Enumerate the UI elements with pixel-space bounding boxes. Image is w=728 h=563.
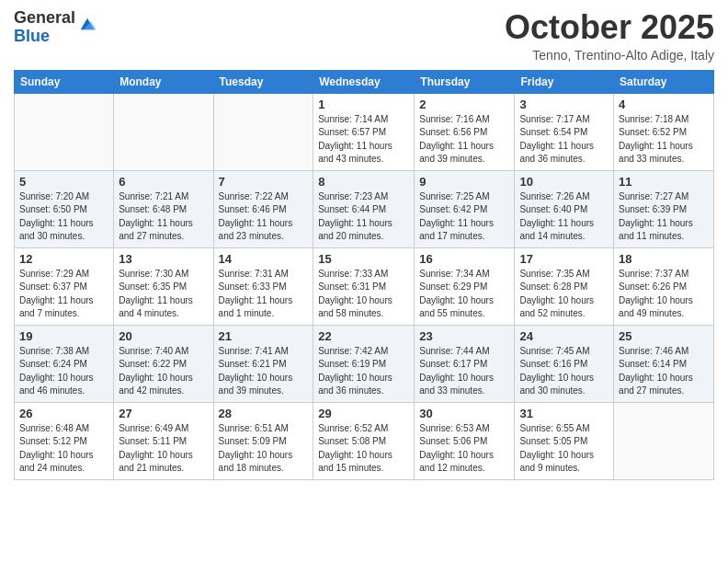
day-number: 27 xyxy=(119,407,208,420)
calendar-week-row: 12Sunrise: 7:29 AM Sunset: 6:37 PM Dayli… xyxy=(15,247,714,325)
day-info: Sunrise: 7:17 AM Sunset: 6:54 PM Dayligh… xyxy=(519,113,609,167)
calendar-cell: 11Sunrise: 7:27 AM Sunset: 6:39 PM Dayli… xyxy=(614,170,714,247)
day-number: 6 xyxy=(119,175,208,189)
day-info: Sunrise: 6:55 AM Sunset: 5:05 PM Dayligh… xyxy=(519,422,609,476)
calendar-week-row: 5Sunrise: 7:20 AM Sunset: 6:50 PM Daylig… xyxy=(15,170,714,247)
day-info: Sunrise: 7:18 AM Sunset: 6:52 PM Dayligh… xyxy=(619,113,709,167)
day-info: Sunrise: 6:52 AM Sunset: 5:08 PM Dayligh… xyxy=(318,422,409,476)
calendar-cell: 29Sunrise: 6:52 AM Sunset: 5:08 PM Dayli… xyxy=(313,402,415,479)
day-number: 11 xyxy=(619,175,709,189)
day-info: Sunrise: 6:51 AM Sunset: 5:09 PM Dayligh… xyxy=(219,422,309,476)
calendar-cell: 20Sunrise: 7:40 AM Sunset: 6:22 PM Dayli… xyxy=(114,325,213,402)
calendar-cell: 26Sunrise: 6:48 AM Sunset: 5:12 PM Dayli… xyxy=(15,402,114,479)
day-number: 26 xyxy=(19,407,108,420)
day-number: 20 xyxy=(119,329,208,343)
calendar-cell xyxy=(213,93,313,170)
day-number: 3 xyxy=(519,98,609,111)
day-info: Sunrise: 7:16 AM Sunset: 6:56 PM Dayligh… xyxy=(419,113,509,167)
calendar-cell: 30Sunrise: 6:53 AM Sunset: 5:06 PM Dayli… xyxy=(415,402,515,479)
day-info: Sunrise: 7:14 AM Sunset: 6:57 PM Dayligh… xyxy=(318,113,409,167)
calendar-cell: 5Sunrise: 7:20 AM Sunset: 6:50 PM Daylig… xyxy=(15,170,114,247)
calendar-cell: 19Sunrise: 7:38 AM Sunset: 6:24 PM Dayli… xyxy=(15,325,114,402)
calendar-week-row: 19Sunrise: 7:38 AM Sunset: 6:24 PM Dayli… xyxy=(15,325,714,402)
day-number: 21 xyxy=(219,329,309,343)
weekday-header: Thursday xyxy=(415,70,515,93)
day-number: 24 xyxy=(519,329,609,343)
month-title: October 2025 xyxy=(505,9,714,46)
day-number: 17 xyxy=(519,252,609,266)
day-info: Sunrise: 7:35 AM Sunset: 6:28 PM Dayligh… xyxy=(519,268,609,321)
day-info: Sunrise: 7:37 AM Sunset: 6:26 PM Dayligh… xyxy=(619,268,709,321)
day-info: Sunrise: 7:42 AM Sunset: 6:19 PM Dayligh… xyxy=(318,345,409,398)
calendar-cell: 15Sunrise: 7:33 AM Sunset: 6:31 PM Dayli… xyxy=(313,247,415,325)
calendar-cell: 6Sunrise: 7:21 AM Sunset: 6:48 PM Daylig… xyxy=(114,170,213,247)
calendar-cell: 25Sunrise: 7:46 AM Sunset: 6:14 PM Dayli… xyxy=(614,325,714,402)
calendar-cell: 12Sunrise: 7:29 AM Sunset: 6:37 PM Dayli… xyxy=(15,247,114,325)
day-number: 29 xyxy=(318,407,409,420)
weekday-header: Friday xyxy=(515,70,614,93)
calendar-cell xyxy=(15,93,114,170)
day-info: Sunrise: 6:48 AM Sunset: 5:12 PM Dayligh… xyxy=(19,422,108,476)
day-number: 28 xyxy=(219,407,309,420)
calendar-header-row: SundayMondayTuesdayWednesdayThursdayFrid… xyxy=(15,70,714,93)
calendar-cell xyxy=(614,402,714,479)
day-info: Sunrise: 7:46 AM Sunset: 6:14 PM Dayligh… xyxy=(619,345,709,398)
day-number: 8 xyxy=(318,175,409,189)
calendar-cell: 18Sunrise: 7:37 AM Sunset: 6:26 PM Dayli… xyxy=(614,247,714,325)
page-header: General Blue October 2025 Tenno, Trentin… xyxy=(14,9,714,63)
day-info: Sunrise: 7:45 AM Sunset: 6:16 PM Dayligh… xyxy=(519,345,609,398)
calendar-cell: 28Sunrise: 6:51 AM Sunset: 5:09 PM Dayli… xyxy=(213,402,313,479)
calendar-cell: 23Sunrise: 7:44 AM Sunset: 6:17 PM Dayli… xyxy=(415,325,515,402)
logo: General Blue xyxy=(14,9,97,46)
day-info: Sunrise: 7:27 AM Sunset: 6:39 PM Dayligh… xyxy=(619,190,709,244)
location: Tenno, Trentino-Alto Adige, Italy xyxy=(505,48,714,63)
calendar-cell: 7Sunrise: 7:22 AM Sunset: 6:46 PM Daylig… xyxy=(213,170,313,247)
day-info: Sunrise: 7:20 AM Sunset: 6:50 PM Dayligh… xyxy=(19,190,108,244)
calendar-cell: 22Sunrise: 7:42 AM Sunset: 6:19 PM Dayli… xyxy=(313,325,415,402)
day-number: 31 xyxy=(519,407,609,420)
day-number: 13 xyxy=(119,252,208,266)
calendar-table: SundayMondayTuesdayWednesdayThursdayFrid… xyxy=(14,70,714,480)
day-number: 4 xyxy=(619,98,709,111)
day-info: Sunrise: 7:38 AM Sunset: 6:24 PM Dayligh… xyxy=(19,345,108,398)
logo-blue: Blue xyxy=(14,28,75,46)
day-info: Sunrise: 7:25 AM Sunset: 6:42 PM Dayligh… xyxy=(419,190,509,244)
day-number: 22 xyxy=(318,329,409,343)
weekday-header: Wednesday xyxy=(313,70,415,93)
calendar-cell: 27Sunrise: 6:49 AM Sunset: 5:11 PM Dayli… xyxy=(114,402,213,479)
logo-general: General xyxy=(14,9,75,28)
calendar-cell: 9Sunrise: 7:25 AM Sunset: 6:42 PM Daylig… xyxy=(415,170,515,247)
calendar-week-row: 26Sunrise: 6:48 AM Sunset: 5:12 PM Dayli… xyxy=(15,402,714,479)
day-number: 1 xyxy=(318,98,409,111)
day-info: Sunrise: 7:21 AM Sunset: 6:48 PM Dayligh… xyxy=(119,190,208,244)
day-info: Sunrise: 7:31 AM Sunset: 6:33 PM Dayligh… xyxy=(219,268,309,321)
day-number: 30 xyxy=(419,407,509,420)
calendar-cell: 31Sunrise: 6:55 AM Sunset: 5:05 PM Dayli… xyxy=(515,402,614,479)
day-info: Sunrise: 7:22 AM Sunset: 6:46 PM Dayligh… xyxy=(219,190,309,244)
day-number: 10 xyxy=(519,175,609,189)
day-number: 7 xyxy=(219,175,309,189)
calendar-cell: 3Sunrise: 7:17 AM Sunset: 6:54 PM Daylig… xyxy=(515,93,614,170)
day-info: Sunrise: 7:40 AM Sunset: 6:22 PM Dayligh… xyxy=(119,345,208,398)
calendar-cell: 2Sunrise: 7:16 AM Sunset: 6:56 PM Daylig… xyxy=(415,93,515,170)
day-number: 2 xyxy=(419,98,509,111)
day-info: Sunrise: 7:34 AM Sunset: 6:29 PM Dayligh… xyxy=(419,268,509,321)
day-number: 12 xyxy=(19,252,108,266)
day-info: Sunrise: 7:30 AM Sunset: 6:35 PM Dayligh… xyxy=(119,268,208,321)
day-number: 5 xyxy=(19,175,108,189)
calendar-cell: 8Sunrise: 7:23 AM Sunset: 6:44 PM Daylig… xyxy=(313,170,415,247)
calendar-cell: 1Sunrise: 7:14 AM Sunset: 6:57 PM Daylig… xyxy=(313,93,415,170)
day-info: Sunrise: 7:44 AM Sunset: 6:17 PM Dayligh… xyxy=(419,345,509,398)
calendar-cell: 17Sunrise: 7:35 AM Sunset: 6:28 PM Dayli… xyxy=(515,247,614,325)
weekday-header: Sunday xyxy=(15,70,114,93)
calendar-cell: 13Sunrise: 7:30 AM Sunset: 6:35 PM Dayli… xyxy=(114,247,213,325)
day-number: 25 xyxy=(619,329,709,343)
day-number: 23 xyxy=(419,329,509,343)
day-info: Sunrise: 7:23 AM Sunset: 6:44 PM Dayligh… xyxy=(318,190,409,244)
day-number: 19 xyxy=(19,329,108,343)
day-number: 18 xyxy=(619,252,709,266)
calendar-cell: 16Sunrise: 7:34 AM Sunset: 6:29 PM Dayli… xyxy=(415,247,515,325)
day-info: Sunrise: 7:33 AM Sunset: 6:31 PM Dayligh… xyxy=(318,268,409,321)
calendar-cell: 10Sunrise: 7:26 AM Sunset: 6:40 PM Dayli… xyxy=(515,170,614,247)
calendar-cell xyxy=(114,93,213,170)
